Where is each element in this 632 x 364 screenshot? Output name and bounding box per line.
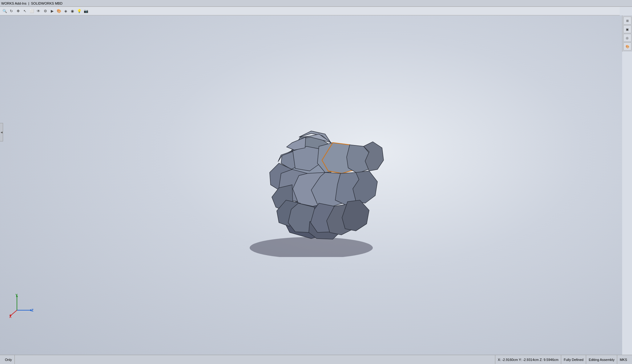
only-label: Only bbox=[5, 358, 12, 362]
model-ground-shadow bbox=[250, 237, 373, 257]
editing-assembly-text: Editing Assembly bbox=[589, 358, 614, 362]
status-units: MKS bbox=[617, 355, 630, 364]
left-panel-collapse[interactable]: ◀ bbox=[0, 123, 3, 141]
coordinate-axis: Z Y X bbox=[9, 293, 34, 318]
menu-bar: WORKS Add-Ins | SOLIDWORKS MBD bbox=[0, 0, 632, 7]
status-coordinates: X: -2.9160cm Y: -2.9314cm Z: 9.5946cm bbox=[495, 355, 561, 364]
right-btn-3[interactable]: ◎ bbox=[623, 34, 631, 42]
status-spacer bbox=[15, 355, 495, 364]
menu-item-mbd[interactable]: SOLIDWORKS MBD bbox=[31, 2, 62, 5]
status-editing-assembly: Editing Assembly bbox=[586, 355, 617, 364]
3d-model bbox=[231, 97, 391, 257]
toolbar-btn-options[interactable]: ⚙ bbox=[42, 8, 48, 14]
toolbar-btn-lights[interactable]: 💡 bbox=[76, 8, 82, 14]
svg-text:Y: Y bbox=[15, 293, 18, 297]
toolbar-btn-appearance[interactable]: ◉ bbox=[69, 8, 75, 14]
toolbar-btn-camera[interactable]: 📷 bbox=[83, 8, 89, 14]
toolbar-btn-render[interactable]: ▶ bbox=[49, 8, 55, 14]
menu-separator: | bbox=[28, 2, 29, 5]
toolbar-btn-view[interactable]: 👁 bbox=[35, 8, 42, 14]
main-toolbar: 🔍 ↻ ✥ ↖ ⬜ 👁 ⚙ ▶ 🎨 ◈ ◉ 💡 📷 bbox=[0, 7, 620, 15]
status-bar: Only X: -2.9160cm Y: -2.9314cm Z: 9.5946… bbox=[0, 355, 632, 364]
3d-viewport[interactable]: Z Y X bbox=[0, 15, 622, 355]
toolbar-btn-section[interactable]: ⬜ bbox=[29, 8, 35, 14]
status-fully-defined: Fully Defined bbox=[561, 355, 586, 364]
face-top-left-pent bbox=[287, 137, 306, 150]
toolbar-btn-zoom[interactable]: 🔍 bbox=[2, 8, 8, 14]
coordinates-text: X: -2.9160cm Y: -2.9314cm Z: 9.5946cm bbox=[498, 358, 558, 362]
svg-line-6 bbox=[11, 310, 17, 315]
units-text: MKS bbox=[620, 358, 627, 362]
status-only: Only bbox=[2, 355, 15, 364]
fully-defined-text: Fully Defined bbox=[564, 358, 583, 362]
toolbar-btn-materials[interactable]: ◈ bbox=[62, 8, 69, 14]
right-btn-1[interactable]: ⊞ bbox=[623, 17, 631, 25]
menu-item-addins[interactable]: WORKS Add-Ins bbox=[1, 2, 26, 5]
right-btn-2[interactable]: ▣ bbox=[623, 25, 631, 33]
svg-text:Z: Z bbox=[31, 308, 34, 312]
right-toolbar: ⊞ ▣ ◎ 🎨 bbox=[622, 15, 632, 52]
toolbar-btn-rotate[interactable]: ↻ bbox=[8, 8, 14, 14]
toolbar-btn-pan[interactable]: ✥ bbox=[15, 8, 21, 14]
toolbar-btn-display[interactable]: 🎨 bbox=[56, 8, 62, 14]
right-btn-4[interactable]: 🎨 bbox=[623, 42, 631, 50]
toolbar-btn-select[interactable]: ↖ bbox=[22, 8, 28, 14]
svg-text:X: X bbox=[9, 315, 12, 318]
